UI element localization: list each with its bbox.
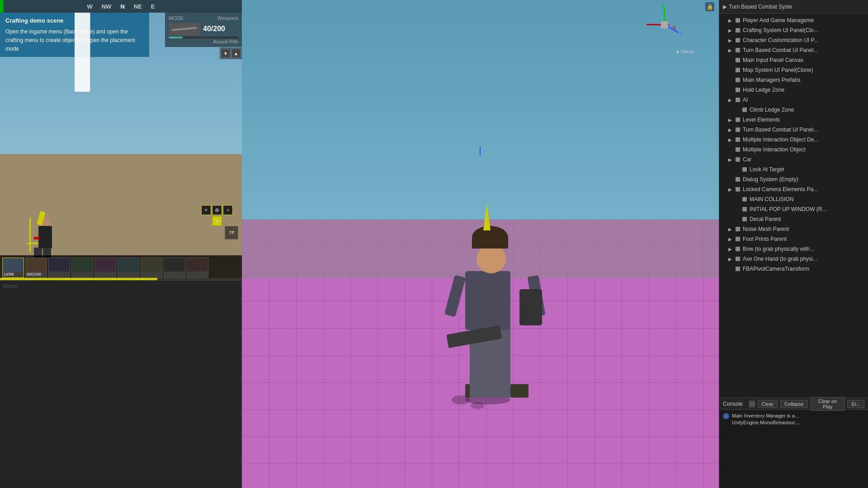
skill-icon-tm[interactable]: ⊕	[212, 205, 222, 215]
hier-item-tbc-ui-panel2[interactable]: ▶ Turn Based Combat UI Panel...	[719, 125, 868, 135]
hotbar-slot-6[interactable]	[118, 258, 139, 278]
hier-icon-hold-ledge	[735, 87, 741, 93]
skill-icon-tr[interactable]: ≡	[223, 205, 233, 215]
hier-label-bow: Bow (to grab physically with...	[743, 246, 814, 252]
weapon-icon-area: 40/200	[169, 23, 238, 35]
hotbar-slot-4[interactable]	[71, 258, 93, 278]
hier-item-look-at-target[interactable]: ▶ Look At Target	[719, 164, 868, 174]
hotbar-slot-2-count: 500/200	[27, 272, 42, 277]
skill-icon-bl-empty	[201, 216, 211, 226]
hier-item-multi-interact-1[interactable]: ▶ Multiple Interaction Object De...	[719, 135, 868, 145]
hier-item-tbc-ui-panel[interactable]: ▶ Turn Based Combat UI Panel...	[719, 45, 868, 55]
hierarchy-list[interactable]: ▶ Player And Game Manageme ▶ Crafting Sy…	[719, 14, 868, 398]
ctrl-btn-1[interactable]: ▼	[221, 49, 230, 58]
hier-item-main-managers[interactable]: ▶ Main Managers Prefabs	[719, 75, 868, 85]
hier-label-locked-cam: Locked Camera Elements Pa...	[743, 186, 818, 192]
bottom-area: Assets	[0, 280, 241, 488]
hier-label-initial-popup: INITIAL POP UP WINDOW (R...	[750, 206, 826, 212]
console-entry-1: i Main Inventory Manager is a... UnityEn…	[723, 413, 864, 427]
persp-label[interactable]: ◄ Persp	[675, 49, 694, 54]
console-minimize-btn[interactable]: —	[749, 401, 755, 407]
console-title: Console	[723, 401, 743, 407]
hotbar-slot-7-img	[141, 258, 162, 272]
hier-label-main-input: Main Input Panel Canvas	[743, 57, 803, 63]
hier-icon-main-input	[735, 57, 741, 63]
hotbar-slot-5[interactable]	[94, 258, 116, 278]
hier-item-axe[interactable]: ▶ Axe One Hand (to grab physi...	[719, 254, 868, 264]
hier-label-ai: AI	[743, 97, 748, 103]
hotbar-slot-2[interactable]: 500/200	[25, 258, 47, 278]
footprint-1	[452, 395, 470, 404]
scene-gizmo[interactable]: Y X Z	[646, 7, 687, 47]
hier-item-main-collision[interactable]: ▶ MAIN COLLISION	[719, 194, 868, 204]
lock-icon[interactable]: 🔒	[705, 2, 714, 11]
hotbar-slot-9[interactable]	[187, 258, 208, 278]
hier-label-tbc-ui-panel2: Turn Based Combat UI Panel...	[743, 127, 818, 133]
hier-item-multi-interact-2[interactable]: ▶ Multiple Interaction Object	[719, 145, 868, 155]
hier-label-player-game-mgr: Player And Game Manageme	[743, 17, 814, 23]
hotbar-slot-4-img	[72, 258, 93, 272]
hotbar-slot-8[interactable]	[164, 258, 185, 278]
left-panel: W NW N NE E Crafting demo scene Open the…	[0, 0, 242, 488]
compass-nw: NW	[102, 3, 112, 10]
hier-item-level-elements[interactable]: ▶ Level Elements	[719, 115, 868, 125]
gizmo-center	[661, 21, 668, 28]
console-entry-text-1: Main Inventory Manager is a... UnityEngi…	[732, 413, 864, 427]
hier-item-map-ui[interactable]: ▶ Map System UI Panel(Clone)	[719, 65, 868, 75]
console-clear-button[interactable]: Clear	[758, 400, 778, 408]
hotbar-slot-2-img	[26, 258, 47, 272]
hotbar-slot-3[interactable]	[48, 258, 70, 278]
hier-arrow-player-game-mgr: ▶	[728, 18, 734, 23]
hierarchy-header: ▶ Turn Based Combat Syste	[719, 0, 868, 14]
hier-item-noise-mesh[interactable]: ▶ Noise Mesh Parent	[719, 224, 868, 234]
hier-arrow-tbc-ui-panel: ▶	[728, 48, 734, 53]
hier-label-axe: Axe One Hand (to grab physi...	[743, 256, 817, 262]
map-btn[interactable]: 🗺	[225, 226, 238, 239]
weapon-hud-header: MODE Weapons	[169, 15, 238, 21]
hier-item-locked-cam[interactable]: ▶ Locked Camera Elements Pa...	[719, 184, 868, 194]
hier-icon-fba-pivot	[735, 266, 741, 272]
hier-icon-dialog-sys	[735, 176, 741, 183]
skill-icon-tl[interactable]: ✕	[201, 205, 211, 215]
hier-item-main-input[interactable]: ▶ Main Input Panel Canvas	[719, 55, 868, 65]
hier-item-initial-popup[interactable]: ▶ INITIAL POP UP WINDOW (R...	[719, 204, 868, 214]
hier-item-car[interactable]: ▶ Car	[719, 155, 868, 164]
console-collapse-button[interactable]: Collapse	[780, 400, 808, 408]
weapon-hud: MODE Weapons 40/200 Assault Rifle	[165, 13, 242, 47]
hier-item-player-game-mgr[interactable]: ▶ Player And Game Manageme	[719, 15, 868, 25]
hier-arrow-char-custom-ui: ▶	[728, 38, 734, 43]
ctrl-btn-2[interactable]: ▲	[231, 49, 241, 58]
ammo-bar-fill	[169, 37, 183, 38]
hier-item-decal-parent[interactable]: ▶ Decal Parent	[719, 214, 868, 224]
hier-icon-look-at-target	[741, 166, 748, 173]
hotbar-slot-1[interactable]: 19/88	[2, 258, 24, 278]
health-indicator	[0, 0, 4, 13]
console-error-button[interactable]: Er...	[847, 400, 864, 408]
char-boot-right	[510, 384, 528, 398]
hier-item-climb-ledge[interactable]: ▶ Climb Ledge Zone	[719, 105, 868, 115]
hotbar-slot-1-img	[3, 258, 24, 272]
skill-icon-bm[interactable]: ◆	[212, 216, 222, 226]
hier-item-foot-prints[interactable]: ▶ Foot Prints Parent	[719, 234, 868, 244]
hier-item-bow[interactable]: ▶ Bow (to grab physically with...	[719, 244, 868, 254]
hotbar-slot-7[interactable]	[141, 258, 162, 278]
hier-item-crafting-ui[interactable]: ▶ Crafting System UI Panel(Clo...	[719, 25, 868, 35]
hier-item-char-custom-ui[interactable]: ▶ Character Customization UI P...	[719, 35, 868, 45]
compass-w: W	[87, 3, 92, 10]
hier-icon-tbc-ui-panel2	[735, 127, 741, 133]
hier-item-hold-ledge[interactable]: ▶ Hold Ledge Zone	[719, 85, 868, 95]
hier-icon-bow	[735, 246, 741, 252]
hier-icon-climb-ledge	[741, 107, 748, 113]
hier-icon-main-collision	[741, 196, 748, 202]
hier-item-dialog-sys[interactable]: ▶ Dialog System (Empty)	[719, 174, 868, 184]
char-horn	[483, 203, 491, 230]
scene-view[interactable]: Y X Z ◄ Persp 🔒	[242, 0, 719, 488]
hier-label-car: Car	[743, 156, 751, 163]
hier-item-fba-pivot[interactable]: ▶ FBAPivotCameraTransform	[719, 264, 868, 274]
console-clear-on-play-button[interactable]: Clear on Play	[811, 397, 845, 411]
gizmo-z-label: Z	[679, 32, 683, 37]
hier-label-multi-interact-2: Multiple Interaction Object	[743, 146, 806, 153]
hier-item-ai[interactable]: ▶ AI	[719, 95, 868, 105]
hotbar-slot-9-img	[187, 258, 208, 272]
hier-label-noise-mesh: Noise Mesh Parent	[743, 226, 789, 232]
